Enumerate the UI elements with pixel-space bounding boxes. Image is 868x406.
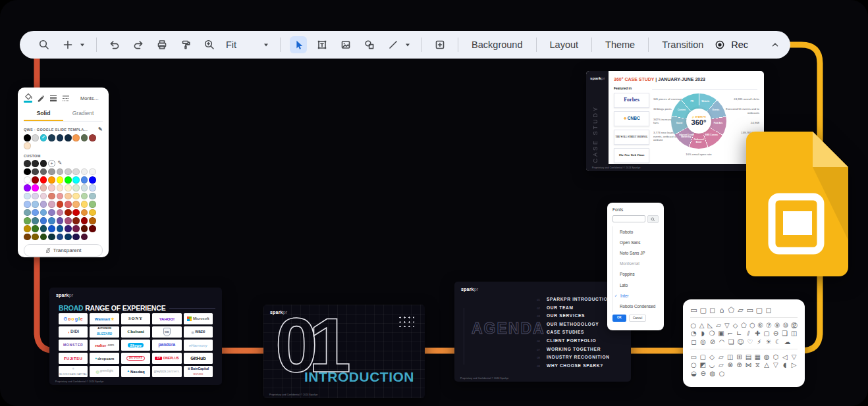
font-option-lato[interactable]: Lato — [613, 280, 659, 290]
shape-option[interactable]: ○ — [690, 322, 697, 329]
palette-color-swatch[interactable] — [32, 217, 39, 224]
shape-option[interactable]: ▢ — [699, 353, 707, 361]
insert-shape-icon[interactable] — [361, 36, 378, 53]
shape-option[interactable]: ▤ — [745, 353, 752, 361]
palette-color-swatch[interactable] — [89, 209, 96, 216]
palette-color-swatch[interactable] — [48, 184, 55, 191]
tab-gradient[interactable]: Gradient — [63, 107, 103, 121]
shape-option[interactable]: ▱ — [715, 322, 722, 329]
insert-comment-icon[interactable] — [431, 36, 448, 53]
palette-color-swatch[interactable] — [65, 209, 72, 216]
palette-color-swatch[interactable] — [65, 217, 72, 224]
shape-option[interactable]: ⑫ — [791, 322, 798, 329]
shape-option[interactable]: ○ — [719, 370, 726, 377]
line-caret-icon[interactable] — [403, 36, 412, 53]
palette-color-swatch[interactable] — [40, 168, 47, 176]
font-option-open-sans[interactable]: Open Sans — [613, 237, 659, 247]
palette-color-swatch[interactable] — [72, 176, 80, 184]
shape-option[interactable]: ⑦ — [766, 322, 773, 329]
shape-option[interactable]: ▽ — [724, 322, 730, 329]
introduction-slide[interactable]: sparkpr 01 INTRODUCTION Proprietary and … — [263, 305, 425, 398]
palette-color-swatch[interactable] — [57, 201, 64, 208]
theme-color-swatch[interactable] — [57, 134, 64, 141]
theme-color-swatch[interactable] — [89, 134, 96, 141]
custom-color-eyedropper-icon[interactable]: ✎ — [58, 160, 63, 167]
theme-color-swatch[interactable] — [65, 134, 72, 141]
paint-format-icon[interactable] — [177, 36, 194, 53]
palette-color-swatch[interactable] — [32, 168, 39, 176]
shape-option[interactable]: ⌐ — [726, 330, 734, 337]
palette-color-swatch[interactable] — [81, 176, 88, 184]
palette-color-swatch[interactable] — [57, 168, 64, 176]
palette-color-swatch[interactable] — [48, 209, 55, 216]
redo-icon[interactable] — [130, 36, 147, 53]
shape-option[interactable]: ▱ — [718, 361, 725, 368]
shape-option[interactable]: ◻ — [709, 307, 716, 314]
palette-color-swatch[interactable] — [72, 168, 80, 176]
palette-color-swatch[interactable] — [48, 168, 55, 176]
theme-color-swatch[interactable]: ✓ — [40, 134, 47, 141]
shape-option[interactable]: ▽ — [773, 361, 780, 368]
shape-option[interactable]: ▣ — [718, 330, 725, 337]
shape-option[interactable]: ▦ — [754, 353, 761, 361]
palette-color-swatch[interactable] — [65, 176, 72, 184]
theme-color-swatch[interactable] — [81, 134, 88, 141]
palette-color-swatch[interactable] — [65, 168, 72, 176]
add-caret-icon[interactable] — [78, 36, 87, 53]
shape-option[interactable]: ◩ — [699, 361, 707, 368]
palette-color-swatch[interactable] — [24, 209, 31, 216]
shape-option[interactable]: ▢ — [755, 307, 763, 314]
palette-color-swatch[interactable] — [57, 217, 64, 224]
layout-button[interactable]: Layout — [546, 39, 583, 50]
fill-color-icon[interactable] — [24, 93, 32, 103]
palette-color-swatch[interactable] — [40, 217, 47, 224]
palette-color-swatch[interactable] — [24, 225, 31, 232]
shape-option[interactable]: ⑧ — [774, 322, 781, 329]
font-option-noto-sans-jp[interactable]: Noto Sans JP — [613, 247, 659, 258]
palette-color-swatch[interactable] — [65, 225, 72, 232]
shape-option[interactable]: ⬡ — [773, 353, 780, 361]
fonts-search-input[interactable] — [612, 215, 645, 222]
palette-color-swatch[interactable] — [81, 209, 88, 216]
shape-option[interactable]: ❏ — [728, 338, 735, 345]
palette-color-swatch[interactable] — [72, 234, 80, 241]
text-box-icon[interactable] — [313, 36, 331, 53]
collapse-toolbar-icon[interactable] — [767, 36, 784, 53]
custom-color-swatch[interactable] — [32, 160, 39, 167]
font-option-inter[interactable]: ✓Inter — [613, 290, 659, 301]
edit-theme-icon[interactable]: ✎ — [98, 126, 103, 132]
font-family-select[interactable]: Monts… — [80, 95, 99, 101]
palette-color-swatch[interactable] — [81, 193, 88, 200]
palette-color-swatch[interactable] — [48, 234, 55, 241]
palette-color-swatch[interactable] — [57, 193, 64, 200]
shape-option[interactable]: ◫ — [726, 353, 734, 361]
palette-color-swatch[interactable] — [24, 217, 31, 224]
font-option-roboto[interactable]: Roboto — [613, 226, 659, 237]
search-icon[interactable] — [36, 36, 53, 53]
palette-color-swatch[interactable] — [48, 201, 55, 208]
palette-color-swatch[interactable] — [72, 193, 80, 200]
palette-color-swatch[interactable] — [81, 168, 88, 176]
theme-color-swatch[interactable] — [24, 142, 31, 149]
fonts-search-button[interactable] — [647, 215, 659, 223]
shape-option[interactable]: ◇ — [709, 353, 716, 361]
shape-option[interactable]: ❑ — [781, 330, 788, 337]
palette-color-swatch[interactable] — [32, 225, 39, 232]
theme-color-swatch[interactable] — [24, 134, 31, 141]
shape-option[interactable]: ◔ — [690, 330, 697, 337]
palette-color-swatch[interactable] — [81, 201, 88, 208]
custom-color-swatch[interactable] — [24, 160, 31, 167]
theme-color-swatch[interactable] — [72, 134, 80, 141]
shape-option[interactable]: ◒ — [690, 370, 697, 377]
shape-option[interactable]: ◍ — [763, 353, 771, 361]
shape-option[interactable]: ○ — [690, 361, 697, 368]
add-icon[interactable] — [59, 36, 76, 53]
shape-option[interactable]: ⬠ — [728, 307, 735, 314]
shape-option[interactable]: ⧖ — [754, 361, 761, 368]
palette-color-swatch[interactable] — [57, 209, 64, 216]
experience-slide[interactable]: sparkpr BROAD RANGE OF EXPERIENCE Google… — [49, 288, 222, 385]
palette-color-swatch[interactable] — [89, 193, 96, 200]
palette-color-swatch[interactable] — [72, 184, 80, 191]
shape-option[interactable]: ⋈ — [745, 361, 752, 368]
shape-option[interactable]: ◻ — [690, 338, 697, 345]
